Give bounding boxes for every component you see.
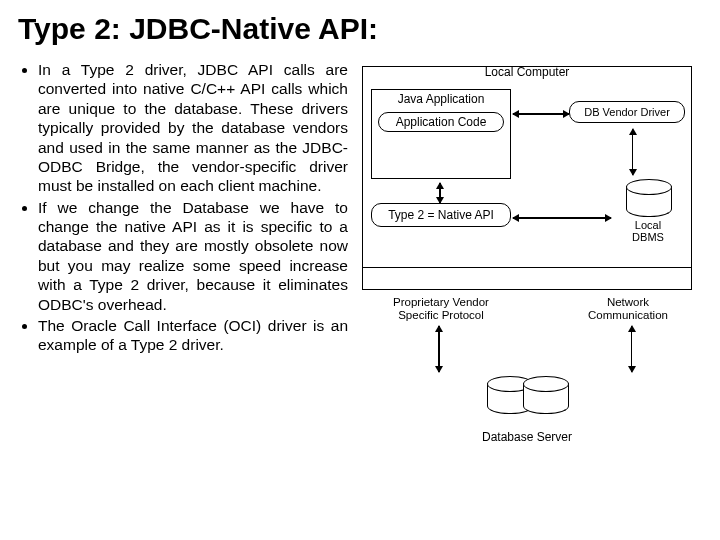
- java-application-label: Java Application: [376, 92, 506, 106]
- arrow-proto-to-db: [438, 326, 440, 372]
- slide: Type 2: JDBC-Native API: In a Type 2 dri…: [0, 0, 720, 540]
- arrow-nativeapi-to-dbms: [513, 217, 611, 219]
- network-communication-label: Network Communication: [578, 296, 678, 321]
- diagram: Local Computer Java Application Applicat…: [362, 60, 692, 480]
- db-vendor-driver-box: DB Vendor Driver: [569, 101, 685, 123]
- list-item: If we change the Database we have to cha…: [38, 198, 348, 314]
- database-server-label: Database Server: [362, 430, 692, 444]
- java-application-box: Java Application Application Code: [371, 89, 511, 179]
- bullet-list: In a Type 2 driver, JDBC API calls are c…: [18, 60, 348, 355]
- application-code-box: Application Code: [378, 112, 504, 132]
- text-column: In a Type 2 driver, JDBC API calls are c…: [18, 60, 348, 480]
- proprietary-protocol-label: Proprietary Vendor Specific Protocol: [376, 296, 506, 321]
- local-dbms: Local DBMS: [619, 179, 677, 243]
- database-server-cylinders: [487, 376, 567, 414]
- slide-body: In a Type 2 driver, JDBC API calls are c…: [18, 60, 702, 480]
- local-dbms-label: Local DBMS: [619, 219, 677, 243]
- local-computer-label: Local Computer: [485, 65, 570, 79]
- arrow-vendor-to-dbms: [632, 129, 634, 175]
- cylinder-icon: [523, 376, 567, 414]
- left-stack: Java Application Application Code Type 2…: [371, 89, 511, 227]
- native-api-box: Type 2 = Native API: [371, 203, 511, 227]
- divider-line: [363, 267, 691, 268]
- below-box: Proprietary Vendor Specific Protocol Net…: [362, 290, 692, 480]
- local-computer-box: Local Computer Java Application Applicat…: [362, 66, 692, 290]
- list-item: The Oracle Call Interface (OCI) driver i…: [38, 316, 348, 355]
- arrow-app-to-nativeapi: [439, 183, 441, 203]
- arrow-app-to-vendor: [513, 113, 569, 115]
- list-item: In a Type 2 driver, JDBC API calls are c…: [38, 60, 348, 196]
- cylinder-icon: [626, 179, 670, 217]
- slide-title: Type 2: JDBC-Native API:: [18, 12, 702, 46]
- arrow-network-to-db: [631, 326, 633, 372]
